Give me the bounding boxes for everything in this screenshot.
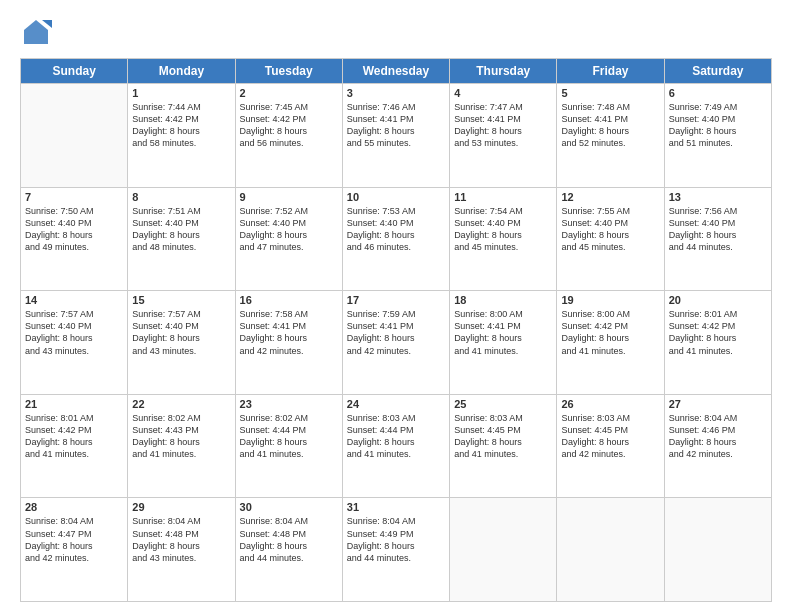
calendar-header-wednesday: Wednesday [342,59,449,84]
calendar-cell [21,84,128,188]
calendar-week-4: 28Sunrise: 8:04 AM Sunset: 4:47 PM Dayli… [21,498,772,602]
day-info: Sunrise: 7:58 AM Sunset: 4:41 PM Dayligh… [240,308,338,357]
day-info: Sunrise: 8:02 AM Sunset: 4:44 PM Dayligh… [240,412,338,461]
day-info: Sunrise: 7:56 AM Sunset: 4:40 PM Dayligh… [669,205,767,254]
day-info: Sunrise: 7:52 AM Sunset: 4:40 PM Dayligh… [240,205,338,254]
day-info: Sunrise: 7:59 AM Sunset: 4:41 PM Dayligh… [347,308,445,357]
header [20,16,772,48]
calendar-cell: 14Sunrise: 7:57 AM Sunset: 4:40 PM Dayli… [21,291,128,395]
day-number: 16 [240,294,338,306]
calendar-cell: 17Sunrise: 7:59 AM Sunset: 4:41 PM Dayli… [342,291,449,395]
day-number: 10 [347,191,445,203]
day-info: Sunrise: 7:48 AM Sunset: 4:41 PM Dayligh… [561,101,659,150]
day-number: 20 [669,294,767,306]
calendar-header-friday: Friday [557,59,664,84]
day-number: 31 [347,501,445,513]
calendar-header-thursday: Thursday [450,59,557,84]
day-number: 8 [132,191,230,203]
day-number: 12 [561,191,659,203]
calendar-cell [450,498,557,602]
calendar-cell: 27Sunrise: 8:04 AM Sunset: 4:46 PM Dayli… [664,394,771,498]
day-number: 3 [347,87,445,99]
calendar-cell: 5Sunrise: 7:48 AM Sunset: 4:41 PM Daylig… [557,84,664,188]
calendar-cell: 12Sunrise: 7:55 AM Sunset: 4:40 PM Dayli… [557,187,664,291]
calendar-cell: 22Sunrise: 8:02 AM Sunset: 4:43 PM Dayli… [128,394,235,498]
day-info: Sunrise: 7:57 AM Sunset: 4:40 PM Dayligh… [25,308,123,357]
day-number: 14 [25,294,123,306]
calendar-cell: 3Sunrise: 7:46 AM Sunset: 4:41 PM Daylig… [342,84,449,188]
day-info: Sunrise: 7:53 AM Sunset: 4:40 PM Dayligh… [347,205,445,254]
day-info: Sunrise: 8:02 AM Sunset: 4:43 PM Dayligh… [132,412,230,461]
day-number: 1 [132,87,230,99]
calendar-cell [557,498,664,602]
day-number: 24 [347,398,445,410]
day-number: 15 [132,294,230,306]
day-info: Sunrise: 8:03 AM Sunset: 4:45 PM Dayligh… [561,412,659,461]
day-info: Sunrise: 7:54 AM Sunset: 4:40 PM Dayligh… [454,205,552,254]
calendar-week-2: 14Sunrise: 7:57 AM Sunset: 4:40 PM Dayli… [21,291,772,395]
day-number: 26 [561,398,659,410]
calendar-cell: 1Sunrise: 7:44 AM Sunset: 4:42 PM Daylig… [128,84,235,188]
day-info: Sunrise: 8:01 AM Sunset: 4:42 PM Dayligh… [25,412,123,461]
day-info: Sunrise: 8:03 AM Sunset: 4:44 PM Dayligh… [347,412,445,461]
day-number: 19 [561,294,659,306]
day-number: 7 [25,191,123,203]
day-number: 5 [561,87,659,99]
calendar-cell: 10Sunrise: 7:53 AM Sunset: 4:40 PM Dayli… [342,187,449,291]
calendar-cell: 31Sunrise: 8:04 AM Sunset: 4:49 PM Dayli… [342,498,449,602]
day-number: 17 [347,294,445,306]
day-info: Sunrise: 8:04 AM Sunset: 4:48 PM Dayligh… [240,515,338,564]
calendar-cell: 11Sunrise: 7:54 AM Sunset: 4:40 PM Dayli… [450,187,557,291]
calendar-cell: 13Sunrise: 7:56 AM Sunset: 4:40 PM Dayli… [664,187,771,291]
calendar-cell: 30Sunrise: 8:04 AM Sunset: 4:48 PM Dayli… [235,498,342,602]
day-number: 23 [240,398,338,410]
day-number: 21 [25,398,123,410]
day-number: 6 [669,87,767,99]
day-info: Sunrise: 8:00 AM Sunset: 4:41 PM Dayligh… [454,308,552,357]
logo [20,16,56,48]
day-number: 13 [669,191,767,203]
day-info: Sunrise: 7:57 AM Sunset: 4:40 PM Dayligh… [132,308,230,357]
calendar-header-row: SundayMondayTuesdayWednesdayThursdayFrid… [21,59,772,84]
calendar-header-saturday: Saturday [664,59,771,84]
day-info: Sunrise: 8:04 AM Sunset: 4:47 PM Dayligh… [25,515,123,564]
calendar-week-1: 7Sunrise: 7:50 AM Sunset: 4:40 PM Daylig… [21,187,772,291]
day-number: 11 [454,191,552,203]
calendar-cell: 26Sunrise: 8:03 AM Sunset: 4:45 PM Dayli… [557,394,664,498]
calendar-cell: 6Sunrise: 7:49 AM Sunset: 4:40 PM Daylig… [664,84,771,188]
day-number: 30 [240,501,338,513]
calendar-cell: 21Sunrise: 8:01 AM Sunset: 4:42 PM Dayli… [21,394,128,498]
day-info: Sunrise: 8:04 AM Sunset: 4:46 PM Dayligh… [669,412,767,461]
day-info: Sunrise: 7:45 AM Sunset: 4:42 PM Dayligh… [240,101,338,150]
calendar-header-monday: Monday [128,59,235,84]
day-info: Sunrise: 8:01 AM Sunset: 4:42 PM Dayligh… [669,308,767,357]
calendar-header-sunday: Sunday [21,59,128,84]
day-number: 27 [669,398,767,410]
day-number: 28 [25,501,123,513]
day-number: 22 [132,398,230,410]
calendar-week-0: 1Sunrise: 7:44 AM Sunset: 4:42 PM Daylig… [21,84,772,188]
calendar-cell: 9Sunrise: 7:52 AM Sunset: 4:40 PM Daylig… [235,187,342,291]
calendar-cell: 7Sunrise: 7:50 AM Sunset: 4:40 PM Daylig… [21,187,128,291]
day-info: Sunrise: 7:51 AM Sunset: 4:40 PM Dayligh… [132,205,230,254]
calendar-table: SundayMondayTuesdayWednesdayThursdayFrid… [20,58,772,602]
calendar-header-tuesday: Tuesday [235,59,342,84]
calendar-cell [664,498,771,602]
day-info: Sunrise: 8:04 AM Sunset: 4:49 PM Dayligh… [347,515,445,564]
day-info: Sunrise: 7:46 AM Sunset: 4:41 PM Dayligh… [347,101,445,150]
day-info: Sunrise: 7:47 AM Sunset: 4:41 PM Dayligh… [454,101,552,150]
day-number: 4 [454,87,552,99]
calendar-cell: 25Sunrise: 8:03 AM Sunset: 4:45 PM Dayli… [450,394,557,498]
day-info: Sunrise: 7:55 AM Sunset: 4:40 PM Dayligh… [561,205,659,254]
day-info: Sunrise: 7:44 AM Sunset: 4:42 PM Dayligh… [132,101,230,150]
calendar-cell: 2Sunrise: 7:45 AM Sunset: 4:42 PM Daylig… [235,84,342,188]
day-info: Sunrise: 7:49 AM Sunset: 4:40 PM Dayligh… [669,101,767,150]
calendar-cell: 16Sunrise: 7:58 AM Sunset: 4:41 PM Dayli… [235,291,342,395]
day-info: Sunrise: 8:04 AM Sunset: 4:48 PM Dayligh… [132,515,230,564]
day-info: Sunrise: 8:00 AM Sunset: 4:42 PM Dayligh… [561,308,659,357]
calendar-cell: 23Sunrise: 8:02 AM Sunset: 4:44 PM Dayli… [235,394,342,498]
calendar-cell: 8Sunrise: 7:51 AM Sunset: 4:40 PM Daylig… [128,187,235,291]
svg-marker-0 [24,20,48,44]
calendar-cell: 24Sunrise: 8:03 AM Sunset: 4:44 PM Dayli… [342,394,449,498]
calendar-cell: 15Sunrise: 7:57 AM Sunset: 4:40 PM Dayli… [128,291,235,395]
